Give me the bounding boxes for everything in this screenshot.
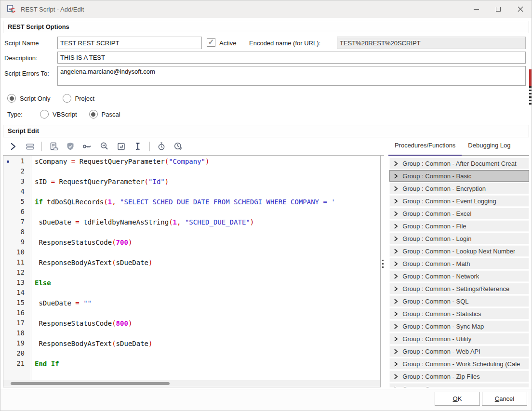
gutter-row[interactable]: 15 — [3, 298, 31, 308]
script-name-input[interactable] — [57, 37, 202, 49]
line-number: 9 — [21, 238, 25, 246]
toolbar-separator — [149, 142, 150, 151]
script-editor[interactable]: 123456789101112131415161718192021 sCompa… — [3, 156, 381, 387]
gutter-row[interactable]: 20 — [3, 349, 31, 359]
gutter-row[interactable]: 9 — [3, 238, 31, 248]
code-line: sDueDate = tdFieldbyNameAsString(1, "SCH… — [35, 217, 380, 227]
group-row[interactable]: Group : Common - Math — [389, 258, 529, 269]
line-number: 10 — [16, 248, 25, 256]
gutter-row[interactable]: 21 — [3, 359, 31, 369]
group-row[interactable]: Group : Common - Excel — [389, 208, 529, 219]
group-row[interactable]: Group : Common - SQL — [389, 295, 529, 307]
titlebar: REST Script - Add/Edit — [0, 0, 532, 18]
line-number: 4 — [21, 187, 25, 195]
gutter-row[interactable]: 14 — [3, 288, 31, 298]
options-form: Script Name Active Encoded name (for URL… — [3, 33, 529, 90]
wrap-lines-icon[interactable] — [25, 141, 35, 152]
radio-script-only[interactable]: Script Only — [7, 94, 51, 103]
pane-splitter[interactable] — [381, 156, 385, 387]
group-row[interactable]: Group : Common - Network — [389, 270, 529, 282]
gutter-row[interactable]: 19 — [3, 339, 31, 349]
zoom-search-icon[interactable] — [99, 141, 109, 152]
group-label: Group : Common - Web API — [402, 348, 480, 355]
description-input[interactable] — [57, 52, 526, 64]
line-marker-icon — [7, 160, 9, 163]
gutter-row[interactable]: 2 — [3, 167, 31, 177]
group-row[interactable]: Group : Common - File — [389, 220, 529, 232]
group-label: Group : Common - Network — [402, 273, 479, 280]
group-row[interactable]: Group : Common - Work Scheduling (Cale — [389, 358, 529, 370]
gutter-row[interactable]: 11 — [3, 258, 31, 268]
gutter-row[interactable]: 3 — [3, 177, 31, 187]
group-row[interactable]: Group : Common — [389, 383, 529, 387]
stopwatch-icon[interactable] — [156, 141, 167, 152]
editor-horizontal-scrollbar[interactable] — [3, 380, 380, 387]
group-row[interactable]: Group : Common - Utility — [389, 333, 529, 345]
group-row[interactable]: Group : Common - Web API — [389, 345, 529, 357]
maximize-icon[interactable] — [487, 0, 509, 18]
radio-project[interactable]: Project — [63, 94, 94, 103]
group-label: Group : Common - After Document Creat — [402, 160, 516, 167]
editor-code[interactable]: sCompany = RequestQueryParameter("Compan… — [31, 156, 380, 380]
tab-procedures-functions[interactable]: Procedures/Functions — [388, 137, 462, 155]
chevron-right-icon — [394, 274, 398, 279]
gutter-row[interactable]: 6 — [3, 207, 31, 217]
window-controls — [465, 0, 532, 18]
options-section-header: REST Script Options — [3, 21, 529, 33]
gutter-row[interactable]: 5 — [3, 197, 31, 207]
ok-button[interactable]: OK — [435, 392, 480, 406]
gutter-row[interactable]: 18 — [3, 329, 31, 339]
gutter-row[interactable]: 4 — [3, 187, 31, 197]
code-line: sID = RequestQueryParameter("Id") — [35, 177, 380, 187]
code-line: End If — [35, 359, 380, 369]
group-row[interactable]: Group : Common - Lookup Next Number — [389, 245, 529, 257]
script-errors-input[interactable]: angelena.marciano@indysoft.com — [57, 66, 526, 86]
group-row[interactable]: Group : Common - Zip Files — [389, 371, 529, 382]
tab-debugging-log[interactable]: Debugging Log — [462, 137, 517, 155]
gutter-row[interactable]: 1 — [3, 157, 31, 167]
key-icon[interactable] — [82, 141, 93, 152]
clock-check-icon[interactable] — [173, 141, 184, 152]
gutter-row[interactable]: 10 — [3, 248, 31, 258]
chevron-right-icon — [394, 386, 398, 388]
import-box-icon[interactable] — [116, 141, 126, 152]
gutter-row[interactable]: 12 — [3, 268, 31, 278]
editor-gutter: 123456789101112131415161718192021 — [3, 156, 31, 380]
group-row[interactable]: Group : Common - Event Logging — [389, 195, 529, 207]
group-row[interactable]: Group : Common - Encryption — [389, 183, 529, 194]
gutter-row[interactable]: 16 — [3, 308, 31, 318]
run-chevron-icon[interactable] — [8, 141, 18, 152]
encoded-name-label: Encoded name (for URL): — [249, 40, 320, 47]
chevron-right-icon — [394, 374, 398, 379]
group-row[interactable]: Group : Common - Settings/Reference — [389, 283, 529, 294]
minimize-icon[interactable] — [465, 0, 487, 18]
close-icon[interactable] — [509, 0, 532, 18]
cancel-button[interactable]: Cancel — [482, 392, 527, 406]
report-icon[interactable]: 1,2,3 — [48, 141, 59, 152]
main-row: 123456789101112131415161718192021 sCompa… — [3, 156, 529, 387]
gutter-row[interactable]: 7 — [3, 217, 31, 227]
chevron-right-icon — [394, 311, 398, 317]
code-line — [35, 187, 380, 197]
script-mode-options: Script OnlyProject Type: VBScriptPascal — [3, 90, 529, 125]
active-checkbox[interactable] — [207, 38, 215, 47]
line-number: 2 — [21, 167, 25, 175]
shield-check-icon[interactable] — [65, 141, 76, 152]
gutter-row[interactable]: 8 — [3, 227, 31, 238]
type-radio-row: Type: VBScriptPascal — [7, 110, 133, 119]
text-cursor-icon[interactable] — [133, 141, 143, 152]
group-row[interactable]: Group : Common - After Document Creat — [389, 158, 529, 169]
group-row[interactable]: Group : Common - Login — [389, 233, 529, 244]
radio-vbscript[interactable]: VBScript — [40, 110, 77, 119]
group-row[interactable]: Group : Common - Basic — [389, 170, 529, 182]
gutter-row[interactable]: 17 — [3, 318, 31, 329]
radio-pascal[interactable]: Pascal — [89, 110, 120, 119]
line-number: 5 — [21, 198, 25, 205]
chevron-right-icon — [394, 161, 398, 166]
group-row[interactable]: Group : Common - Sync Map — [389, 320, 529, 332]
line-number: 15 — [16, 299, 25, 306]
type-radio-group: VBScriptPascal — [40, 110, 133, 119]
scrollbar-thumb[interactable] — [11, 382, 170, 385]
group-row[interactable]: Group : Common - Statistics — [389, 308, 529, 319]
gutter-row[interactable]: 13 — [3, 278, 31, 288]
